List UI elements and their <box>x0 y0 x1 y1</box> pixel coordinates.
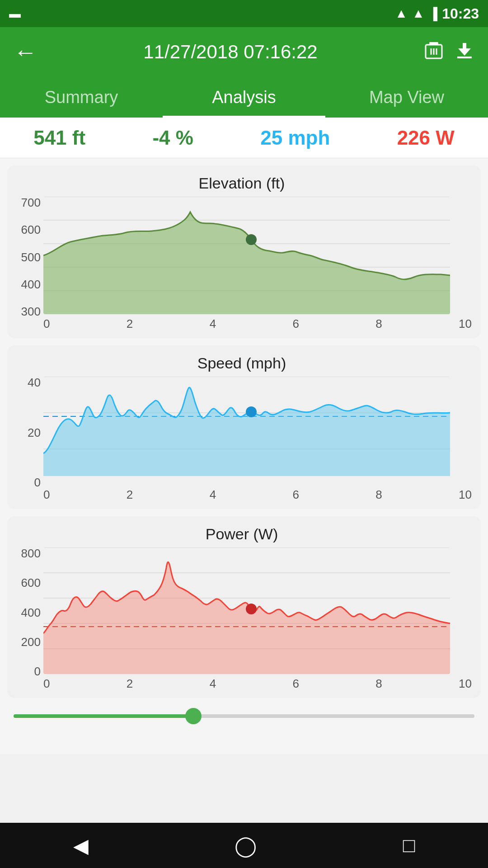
signal-icon: ▲ <box>412 6 425 21</box>
stat-elevation: 541 ft <box>33 127 85 149</box>
slider-track[interactable] <box>14 714 474 718</box>
speed-chart: Speed (mph) 40 20 0 0 <box>7 345 481 509</box>
svg-rect-8 <box>463 43 466 49</box>
elevation-svg <box>43 197 450 314</box>
bottom-nav: ◀ ◯ □ <box>0 823 488 868</box>
stat-speed: 25 mph <box>260 127 330 149</box>
sim-card-icon: ▬ <box>9 7 21 21</box>
svg-rect-3 <box>429 42 438 45</box>
recent-nav-button[interactable]: □ <box>403 834 415 857</box>
speed-y-axis: 40 20 0 <box>12 377 43 488</box>
header: ← 11/27/2018 07:16:22 <box>0 27 488 77</box>
elevation-chart-title: Elevation (ft) <box>12 175 472 192</box>
wifi-icon: ▲ <box>395 6 408 21</box>
stat-grade: -4 % <box>152 127 193 149</box>
battery-icon: ▐ <box>429 7 437 21</box>
speed-x-axis: 0 2 4 6 8 10 <box>12 485 472 502</box>
delete-button[interactable] <box>424 40 444 64</box>
slider-area <box>0 705 488 727</box>
header-title: 11/27/2018 07:16:22 <box>46 41 415 63</box>
svg-point-27 <box>246 604 257 614</box>
tabs: Summary Analysis Map View <box>0 77 488 118</box>
tab-mapview[interactable]: Map View <box>325 77 488 118</box>
speed-chart-title: Speed (mph) <box>12 354 472 372</box>
svg-point-15 <box>246 234 257 245</box>
elevation-x-axis: 0 2 4 6 8 10 <box>12 314 472 331</box>
status-bar: ▬ ▲ ▲ ▐ 10:23 <box>0 0 488 27</box>
status-time: 10:23 <box>442 5 479 22</box>
back-button[interactable]: ← <box>14 38 37 66</box>
tab-analysis[interactable]: Analysis <box>163 77 325 118</box>
elevation-chart: Elevation (ft) 700 600 500 400 300 <box>7 165 481 338</box>
power-chart: Power (W) 800 600 400 200 0 <box>7 516 481 698</box>
charts-area: Elevation (ft) 700 600 500 400 300 <box>0 158 488 705</box>
power-y-axis: 800 600 400 200 0 <box>12 547 43 677</box>
elevation-chart-area: 700 600 500 400 300 0 2 <box>12 197 472 331</box>
power-chart-title: Power (W) <box>12 525 472 543</box>
spacer <box>0 727 488 754</box>
svg-rect-9 <box>457 57 472 58</box>
home-nav-button[interactable]: ◯ <box>235 834 257 857</box>
stat-power: 226 W <box>397 127 455 149</box>
svg-marker-7 <box>458 48 471 56</box>
slider-thumb[interactable] <box>185 708 202 724</box>
power-chart-area: 800 600 400 200 0 <box>12 547 472 691</box>
power-x-axis: 0 2 4 6 8 10 <box>12 674 472 691</box>
back-nav-button[interactable]: ◀ <box>73 834 89 857</box>
elevation-y-axis: 700 600 500 400 300 <box>12 197 43 317</box>
stats-row: 541 ft -4 % 25 mph 226 W <box>0 118 488 158</box>
slider-fill <box>14 714 193 718</box>
speed-chart-area: 40 20 0 0 2 4 6 8 <box>12 377 472 502</box>
speed-svg <box>43 377 450 485</box>
tab-summary[interactable]: Summary <box>0 77 163 118</box>
power-svg <box>43 547 450 674</box>
download-button[interactable] <box>455 40 474 64</box>
svg-point-20 <box>246 406 257 417</box>
